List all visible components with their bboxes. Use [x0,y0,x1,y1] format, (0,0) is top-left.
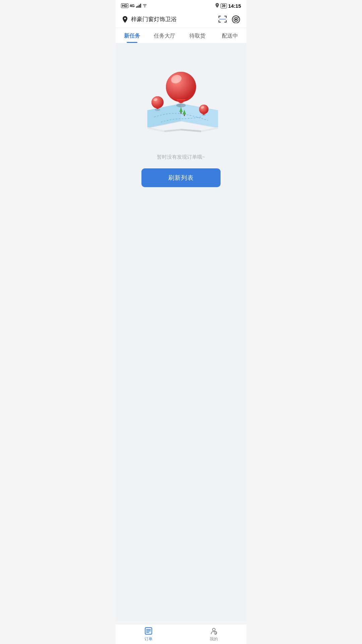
header-actions [218,15,240,23]
header-left: 梓豪门窗灯饰卫浴 [122,15,177,23]
time-label: 14:15 [228,3,241,9]
svg-rect-7 [226,20,227,22]
svg-marker-16 [181,104,218,127]
svg-marker-25 [164,129,181,132]
bottom-nav: 订单 我的 [116,624,246,644]
network-label: 4G [130,4,135,8]
empty-state-illustration [134,63,228,147]
scan-icon[interactable] [218,15,227,23]
mine-label: 我的 [210,636,218,642]
battery-icon: 39 [221,3,227,8]
mine-icon [209,627,218,635]
main-content: 暂时没有发现订单哦~ 刷新列表 [116,43,246,621]
svg-point-29 [152,96,164,108]
svg-point-33 [199,105,208,114]
svg-point-43 [213,628,215,631]
svg-marker-15 [147,104,181,127]
refresh-button[interactable]: 刷新列表 [141,168,221,187]
svg-marker-24 [201,127,218,132]
empty-state-text: 暂时没有发现订单哦~ [157,154,205,160]
nav-item-mine[interactable]: 我的 [181,624,246,644]
location-status-icon [215,3,219,9]
svg-rect-8 [219,19,226,20]
svg-rect-1 [219,16,219,18]
svg-marker-26 [181,129,201,132]
status-bar: HD 4G 39 14:15 [116,0,246,11]
svg-marker-23 [147,127,164,132]
svg-rect-18 [181,112,182,114]
tab-delivering[interactable]: 配送中 [214,28,247,43]
svg-rect-20 [184,114,185,116]
signal-icon [136,4,141,8]
svg-point-12 [238,17,239,18]
tab-pickup[interactable]: 待取货 [181,28,214,43]
svg-rect-5 [219,20,219,22]
wifi-icon [142,3,147,8]
tab-task-hall[interactable]: 任务大厅 [148,28,181,43]
svg-point-37 [166,72,196,102]
hd-label: HD [121,3,128,8]
nav-item-orders[interactable]: 订单 [116,624,181,644]
tabs: 新任务 任务大厅 待取货 配送中 [116,28,246,43]
tab-new-task[interactable]: 新任务 [116,28,148,43]
svg-point-35 [176,103,186,107]
header: 梓豪门窗灯饰卫浴 [116,11,246,28]
location-icon [122,16,128,22]
status-left: HD 4G [121,3,147,8]
orders-label: 订单 [144,636,153,642]
status-right: 39 14:15 [215,3,241,9]
svg-rect-3 [226,16,227,18]
svg-point-44 [214,631,214,631]
store-name: 梓豪门窗灯饰卫浴 [131,15,177,23]
orders-icon [144,627,153,635]
camera-icon[interactable] [232,15,240,23]
battery-level: 39 [222,4,226,8]
svg-point-11 [235,18,237,20]
